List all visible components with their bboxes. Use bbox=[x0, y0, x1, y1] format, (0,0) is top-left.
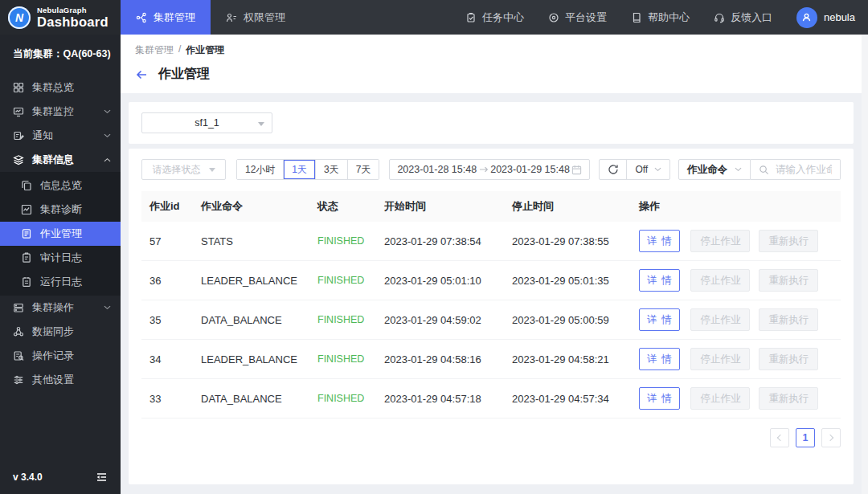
permission-icon bbox=[226, 12, 237, 23]
sidebar-item-other-settings[interactable]: 其他设置 bbox=[0, 368, 121, 392]
task-center-icon bbox=[465, 12, 477, 23]
brand-name: NebulaGraph bbox=[37, 6, 108, 14]
breadcrumb-job-management: 作业管理 bbox=[186, 43, 224, 57]
detail-button[interactable]: 详 情 bbox=[639, 230, 680, 252]
rerun-button[interactable]: 重新执行 bbox=[759, 269, 818, 292]
detail-button[interactable]: 详 情 bbox=[639, 269, 680, 292]
graph-space-select[interactable]: sf1_1 bbox=[141, 112, 272, 133]
range-3d-button[interactable]: 3天 bbox=[315, 160, 347, 179]
sidebar-item-label: 其他设置 bbox=[32, 373, 111, 387]
job-command-search-box bbox=[751, 159, 841, 180]
user-avatar[interactable] bbox=[796, 7, 817, 28]
sidebar-item-notification[interactable]: 通知 bbox=[0, 124, 121, 148]
nav-task-center[interactable]: 任务中心 bbox=[465, 10, 524, 25]
stop-job-button[interactable]: 停止作业 bbox=[690, 230, 750, 252]
nav-label: 帮助中心 bbox=[648, 10, 690, 25]
job-command-search-input[interactable] bbox=[776, 164, 832, 175]
sidebar-item-label: 数据同步 bbox=[32, 325, 111, 339]
calendar-icon bbox=[571, 165, 582, 175]
date-to: 2023-01-29 15:48 bbox=[490, 164, 570, 175]
job-command-select[interactable]: 作业命令 bbox=[678, 159, 751, 180]
sidebar-item-label: 集群监控 bbox=[32, 104, 96, 119]
rerun-button[interactable]: 重新执行 bbox=[759, 308, 818, 331]
sidebar-item-cluster-monitor[interactable]: 集群监控 bbox=[0, 100, 121, 124]
sidebar-item-cluster-overview[interactable]: 集群总览 bbox=[0, 76, 121, 100]
sidebar-item-runtime-log[interactable]: 运行日志 bbox=[0, 270, 121, 294]
table-row: 33 DATA_BALANCE FINISHED 2023-01-29 04:5… bbox=[141, 379, 841, 418]
sidebar-item-audit-log[interactable]: 审计日志 bbox=[0, 246, 121, 270]
status-select[interactable]: 请选择状态 bbox=[141, 159, 226, 180]
stop-time-cell: 2023-01-29 04:57:34 bbox=[504, 393, 631, 405]
detail-button[interactable]: 详 情 bbox=[639, 387, 680, 410]
arrow-right-icon bbox=[479, 165, 489, 174]
notification-icon bbox=[13, 130, 24, 141]
brand-logo: N NebulaGraph Dashboard bbox=[0, 0, 121, 35]
chevron-down-icon bbox=[104, 109, 111, 114]
sidebar-item-data-sync[interactable]: 数据同步 bbox=[0, 320, 121, 344]
table-row: 36 LEADER_BALANCE FINISHED 2023-01-29 05… bbox=[141, 261, 841, 300]
job-command-cell: DATA_BALANCE bbox=[193, 393, 309, 405]
range-1d-button[interactable]: 1天 bbox=[283, 160, 315, 179]
sidebar-item-info-overview[interactable]: 信息总览 bbox=[0, 174, 121, 198]
detail-button[interactable]: 详 情 bbox=[639, 348, 680, 370]
back-arrow-icon[interactable] bbox=[135, 69, 148, 80]
nav-feedback[interactable]: 反馈入口 bbox=[714, 10, 772, 25]
cluster-icon bbox=[136, 12, 147, 23]
brand-product: Dashboard bbox=[37, 15, 108, 29]
rerun-button[interactable]: 重新执行 bbox=[759, 348, 818, 370]
audit-log-icon bbox=[21, 252, 32, 263]
refresh-interval-select[interactable]: Off bbox=[626, 160, 669, 179]
chevron-right-icon bbox=[827, 435, 833, 441]
column-start-time: 开始时间 bbox=[376, 199, 504, 214]
sidebar-item-cluster-diagnosis[interactable]: 集群诊断 bbox=[0, 198, 121, 222]
table-row: 34 LEADER_BALANCE FINISHED 2023-01-29 04… bbox=[141, 340, 841, 379]
nav-help-center[interactable]: 帮助中心 bbox=[631, 10, 690, 25]
date-range-picker[interactable]: 2023-01-28 15:48 2023-01-29 15:48 bbox=[389, 159, 590, 180]
page-content: sf1_1 请选择状态 12小时 1天 3天 bbox=[121, 93, 868, 484]
caret-down-icon bbox=[209, 168, 215, 172]
status-badge: FINISHED bbox=[309, 353, 376, 365]
pagination-next-button[interactable] bbox=[821, 428, 841, 447]
job-command-cell: DATA_BALANCE bbox=[193, 314, 309, 326]
stop-job-button[interactable]: 停止作业 bbox=[690, 308, 750, 331]
pagination-page-1[interactable]: 1 bbox=[796, 428, 815, 447]
breadcrumb-cluster-management[interactable]: 集群管理 bbox=[135, 43, 174, 57]
job-command-cell: LEADER_BALANCE bbox=[193, 275, 309, 287]
vertical-scrollbar[interactable] bbox=[862, 35, 868, 494]
stop-job-button[interactable]: 停止作业 bbox=[690, 387, 750, 410]
refresh-button[interactable] bbox=[600, 160, 626, 179]
sidebar-item-label: 集群操作 bbox=[32, 300, 96, 315]
job-command-cell: LEADER_BALANCE bbox=[193, 353, 309, 365]
pagination: 1 bbox=[129, 418, 854, 447]
main-area: 集群管理 / 作业管理 作业管理 sf1_1 bbox=[121, 35, 868, 494]
detail-button[interactable]: 详 情 bbox=[639, 308, 680, 331]
stop-job-button[interactable]: 停止作业 bbox=[690, 348, 750, 370]
sidebar-item-operation-record[interactable]: 操作记录 bbox=[0, 344, 121, 368]
nav-label: 任务中心 bbox=[482, 10, 524, 25]
pagination-prev-button[interactable] bbox=[770, 428, 789, 447]
username[interactable]: nebula bbox=[824, 11, 855, 23]
range-7d-button[interactable]: 7天 bbox=[347, 160, 379, 179]
range-12h-button[interactable]: 12小时 bbox=[237, 160, 283, 179]
nav-platform-settings[interactable]: 平台设置 bbox=[548, 10, 607, 25]
logo-letter: N bbox=[15, 11, 23, 24]
sidebar-item-job-management[interactable]: 作业管理 bbox=[0, 222, 121, 246]
copy-icon bbox=[21, 180, 32, 191]
stop-job-button[interactable]: 停止作业 bbox=[690, 269, 750, 292]
sidebar-item-label: 作业管理 bbox=[40, 227, 111, 241]
tab-cluster-management[interactable]: 集群管理 bbox=[121, 0, 211, 35]
grid-icon bbox=[13, 82, 24, 93]
tab-permission-management[interactable]: 权限管理 bbox=[211, 0, 301, 35]
collapse-sidebar-icon[interactable] bbox=[96, 472, 108, 483]
space-select-card: sf1_1 bbox=[129, 102, 854, 144]
tab-label: 权限管理 bbox=[244, 10, 285, 25]
refresh-interval-value: Off bbox=[635, 164, 648, 175]
caret-down-icon bbox=[258, 122, 264, 126]
sidebar-item-cluster-operation[interactable]: 集群操作 bbox=[0, 296, 121, 320]
rerun-button[interactable]: 重新执行 bbox=[759, 230, 818, 252]
job-command-search-group: 作业命令 bbox=[678, 159, 841, 180]
rerun-button[interactable]: 重新执行 bbox=[759, 387, 818, 410]
sidebar-item-cluster-info[interactable]: 集群信息 bbox=[0, 148, 121, 172]
chevron-left-icon bbox=[777, 435, 784, 441]
server-stack-icon bbox=[13, 302, 24, 313]
